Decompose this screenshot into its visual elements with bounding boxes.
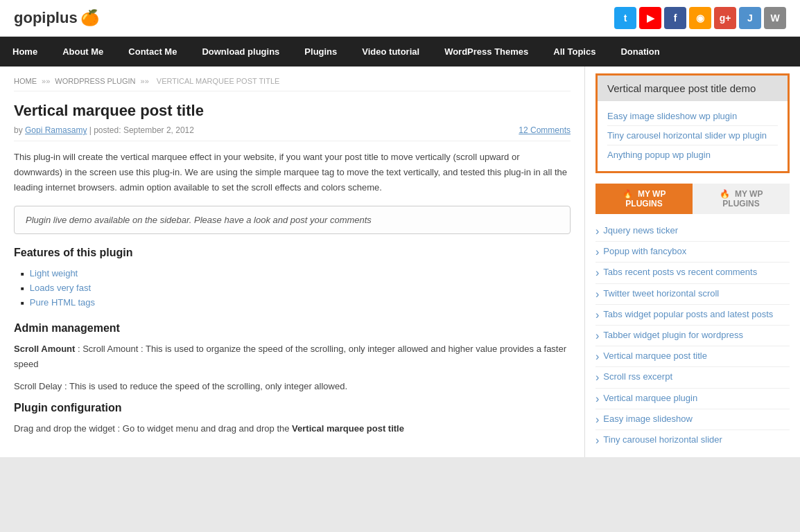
highlight-link-item-3: Anything popup wp plugin — [607, 145, 778, 164]
plugin-list: Jquery news tickerPopup with fancyboxTab… — [595, 221, 790, 450]
sidebar-highlight-title: Vertical marquee post title demo — [598, 76, 788, 101]
highlight-link-3[interactable]: Anything popup wp plugin — [607, 150, 711, 160]
logo-icon: 🍊 — [80, 9, 99, 27]
plugin-link-1[interactable]: Popup with fancybox — [603, 245, 686, 258]
plugin-link-7[interactable]: Scroll rss excerpt — [603, 371, 672, 383]
plugin-link-6[interactable]: Vertical marquee post title — [603, 350, 707, 362]
plugin-list-item-8: Vertical marquee plugin — [595, 389, 790, 409]
plugin-list-item-5: Tabber widget plugin for wordpress — [595, 326, 790, 346]
features-list: Light weight Loads very fast Pure HTML t… — [14, 266, 571, 310]
highlight-links-list: Easy image slideshow wp plugin Tiny caro… — [598, 101, 788, 171]
nav-plugins[interactable]: Plugins — [292, 37, 349, 66]
feature-item-1: Light weight — [21, 266, 571, 281]
feature-link-1[interactable]: Light weight — [30, 268, 78, 278]
plugin-list-item-3: Twitter tweet horizontal scroll — [595, 284, 790, 305]
breadcrumb-wp-plugin[interactable]: WORDPRESS PLUGIN — [55, 77, 135, 85]
post-body-p1: This plug-in will create the vertical ma… — [14, 150, 571, 195]
admin-title: Admin management — [14, 322, 571, 335]
plugin-list-item-4: Tabs widget popular posts and latest pos… — [595, 305, 790, 326]
nav-all-topics[interactable]: All Topics — [541, 37, 608, 66]
main-content: HOME »» WORDPRESS PLUGIN »» VERTICAL MAR… — [0, 66, 585, 457]
facebook-icon[interactable]: f — [664, 7, 686, 29]
logo-text: gopiplus — [14, 9, 78, 27]
tabs-widget: 🔥 MY WP PLUGINS 🔥 MY WP PLUGINS — [595, 184, 790, 214]
wordpress-icon[interactable]: W — [764, 7, 786, 29]
config-title: Plugin configuration — [14, 402, 571, 414]
feature-item-2: Loads very fast — [21, 281, 571, 295]
nav-home[interactable]: Home — [0, 37, 50, 66]
feature-item-3: Pure HTML tags — [21, 295, 571, 310]
post-meta: by Gopi Ramasamy | posted: September 2, … — [14, 125, 571, 141]
highlight-link-item-2: Tiny carousel horizontal slider wp plugi… — [607, 126, 778, 145]
breadcrumb: HOME »» WORDPRESS PLUGIN »» VERTICAL MAR… — [14, 77, 571, 91]
plugin-link-8[interactable]: Vertical marquee plugin — [603, 392, 697, 405]
plugin-list-item-6: Vertical marquee post title — [595, 346, 790, 367]
admin-p1-text: Scroll Amount : This is used to organize… — [14, 344, 566, 369]
feature-link-3[interactable]: Pure HTML tags — [30, 297, 95, 308]
sidebar-highlight-box: Vertical marquee post title demo Easy im… — [595, 73, 790, 173]
sidebar: Vertical marquee post title demo Easy im… — [585, 66, 800, 457]
googleplus-icon[interactable]: g+ — [714, 7, 736, 29]
breadcrumb-current: VERTICAL MARQUEE POST TITLE — [157, 77, 279, 85]
site-logo[interactable]: gopiplus 🍊 — [14, 9, 99, 27]
author-link[interactable]: Gopi Ramasamy — [25, 125, 87, 135]
breadcrumb-sep1: »» — [42, 77, 52, 85]
tab-btn-2[interactable]: 🔥 MY WP PLUGINS — [693, 184, 790, 214]
admin-p2: Scroll Delay : This is used to reduce th… — [14, 379, 571, 394]
plugin-list-item-10: Tiny carousel horizontal slider — [595, 430, 790, 450]
highlight-link-2[interactable]: Tiny carousel horizontal slider wp plugi… — [607, 130, 767, 141]
nav-contact-me[interactable]: Contact Me — [116, 37, 189, 66]
features-title: Features of this plugin — [14, 247, 571, 259]
breadcrumb-sep2: »» — [141, 77, 151, 85]
fire-icon: 🔥 — [623, 189, 633, 199]
plugin-link-4[interactable]: Tabs widget popular posts and latest pos… — [603, 308, 773, 321]
plugin-link-5[interactable]: Tabber widget plugin for wordpress — [603, 329, 743, 342]
youtube-icon[interactable]: ▶ — [639, 7, 661, 29]
highlight-link-1[interactable]: Easy image slideshow wp plugin — [607, 111, 737, 121]
breadcrumb-home[interactable]: HOME — [14, 77, 37, 85]
plugin-link-9[interactable]: Easy image slideshow — [603, 413, 693, 425]
twitter-icon[interactable]: t — [614, 7, 636, 29]
plugin-link-0[interactable]: Jquery news ticker — [603, 224, 678, 237]
feature-link-2[interactable]: Loads very fast — [30, 283, 91, 293]
post-title: Vertical marquee post title — [14, 102, 571, 120]
highlight-link-item-1: Easy image slideshow wp plugin — [607, 107, 778, 126]
flame-icon: 🔥 — [720, 189, 730, 199]
nav-video-tutorial[interactable]: Video tutorial — [349, 37, 432, 66]
rss-icon[interactable]: ◉ — [689, 7, 711, 29]
config-p1: Drag and drop the widget : Go to widget … — [14, 421, 571, 436]
nav-download-plugins[interactable]: Download plugins — [189, 37, 292, 66]
plugin-list-item-1: Popup with fancybox — [595, 242, 790, 263]
plugin-list-item-2: Tabs recent posts vs recent comments — [595, 263, 790, 283]
tab-btn-1[interactable]: 🔥 MY WP PLUGINS — [595, 184, 693, 214]
joomla-icon[interactable]: J — [739, 7, 761, 29]
plugin-list-item-9: Easy image slideshow — [595, 409, 790, 430]
plugin-list-item-0: Jquery news ticker — [595, 221, 790, 242]
nav-about-me[interactable]: About Me — [50, 37, 116, 66]
plugin-link-2[interactable]: Tabs recent posts vs recent comments — [603, 266, 757, 278]
plugin-link-3[interactable]: Twitter tweet horizontal scroll — [603, 287, 719, 300]
plugin-link-10[interactable]: Tiny carousel horizontal slider — [603, 434, 722, 446]
site-header: gopiplus 🍊 t ▶ f ◉ g+ J W — [0, 0, 800, 37]
social-icons-bar: t ▶ f ◉ g+ J W — [614, 7, 786, 29]
callout-box: Plugin live demo available on the sideba… — [14, 206, 571, 234]
plugin-list-item-7: Scroll rss excerpt — [595, 367, 790, 388]
nav-donation[interactable]: Donation — [608, 37, 672, 66]
callout-text: Plugin live demo available on the sideba… — [26, 215, 372, 225]
admin-p1: Scroll Amount : Scroll Amount : This is … — [14, 342, 571, 372]
comments-link[interactable]: 12 Comments — [519, 125, 571, 135]
tabs-header: 🔥 MY WP PLUGINS 🔥 MY WP PLUGINS — [595, 184, 790, 214]
main-nav: Home About Me Contact Me Download plugin… — [0, 37, 800, 66]
highlight-title-text: Vertical marquee post title demo — [607, 82, 756, 94]
post-author-line: by Gopi Ramasamy | posted: September 2, … — [14, 125, 194, 135]
nav-wordpress-themes[interactable]: WordPress Themes — [432, 37, 541, 66]
post-date: posted: September 2, 2012 — [94, 125, 194, 135]
